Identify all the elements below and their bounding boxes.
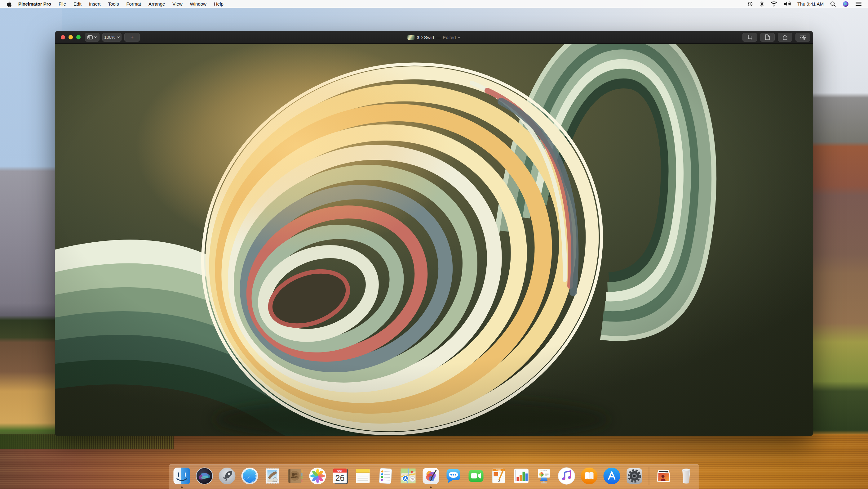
add-button[interactable]: + bbox=[124, 33, 140, 41]
new-document-button[interactable] bbox=[760, 33, 775, 41]
zoom-level-button[interactable]: 100% bbox=[102, 33, 122, 41]
menu-bar-left: Pixelmator Pro File Edit Insert Tools Fo… bbox=[0, 0, 227, 8]
crop-icon bbox=[747, 35, 752, 40]
siri-icon bbox=[196, 467, 214, 485]
volume-menu[interactable] bbox=[781, 0, 794, 8]
mail-stamp-icon bbox=[264, 467, 281, 485]
safari-compass-icon bbox=[241, 467, 259, 485]
dock-item-launchpad[interactable] bbox=[218, 467, 236, 485]
dock-item-ibooks[interactable] bbox=[580, 467, 598, 485]
dock-item-safari[interactable] bbox=[241, 467, 259, 485]
wifi-menu[interactable] bbox=[767, 0, 781, 8]
apple-menu[interactable] bbox=[0, 0, 14, 8]
bluetooth-menu[interactable] bbox=[756, 0, 767, 8]
chevron-down-icon bbox=[94, 36, 97, 38]
menu-edit[interactable]: Edit bbox=[70, 0, 85, 8]
menu-help[interactable]: Help bbox=[210, 0, 227, 8]
maps-icon: 3D bbox=[399, 467, 417, 485]
chevron-down-icon bbox=[458, 37, 461, 38]
wallpaper-mountain-left bbox=[0, 0, 62, 489]
wifi-icon bbox=[771, 1, 777, 6]
menu-arrange[interactable]: Arrange bbox=[145, 0, 168, 8]
chevron-down-icon bbox=[117, 36, 120, 38]
adjustments-button[interactable] bbox=[796, 33, 810, 41]
titlebar-tools bbox=[739, 33, 810, 41]
menu-view[interactable]: View bbox=[168, 0, 186, 8]
messages-bubble-icon bbox=[444, 467, 463, 485]
dock-item-itunes[interactable] bbox=[558, 467, 576, 485]
dock-item-maps[interactable]: 3D bbox=[399, 467, 417, 485]
dock-item-contacts[interactable] bbox=[286, 467, 304, 485]
dock-item-calendar[interactable]: OCT26 bbox=[331, 467, 349, 485]
desktop: Pixelmator Pro File Edit Insert Tools Fo… bbox=[0, 0, 868, 489]
dock-item-facetime[interactable] bbox=[467, 467, 485, 485]
calendar-month-label: OCT bbox=[337, 469, 343, 472]
numbers-chart-icon bbox=[513, 467, 530, 485]
menu-file[interactable]: File bbox=[55, 0, 70, 8]
pages-banner-label: PAGES bbox=[496, 469, 502, 471]
share-button[interactable] bbox=[778, 33, 793, 41]
close-button[interactable] bbox=[61, 35, 65, 39]
pixelmator-window: 100% + 3D Swirl — Edited bbox=[55, 31, 813, 436]
dock-item-app-store[interactable] bbox=[603, 467, 621, 485]
spotlight-menu[interactable] bbox=[827, 0, 839, 8]
menu-tools[interactable]: Tools bbox=[104, 0, 122, 8]
app-store-icon bbox=[603, 467, 621, 485]
volume-icon bbox=[784, 1, 791, 6]
calendar-icon: OCT26 bbox=[331, 467, 349, 485]
pixelmator-pro-icon bbox=[422, 467, 440, 485]
dock-item-pixelmator-pro[interactable] bbox=[422, 467, 440, 485]
siri-menu[interactable] bbox=[839, 0, 852, 8]
title-separator: — bbox=[436, 35, 441, 40]
dock-item-numbers[interactable] bbox=[513, 467, 530, 485]
dock-item-keynote[interactable]: KEYNOTE bbox=[535, 467, 553, 485]
document-status[interactable]: — Edited bbox=[436, 35, 461, 40]
dock-item-pages[interactable]: PAGES bbox=[490, 467, 508, 485]
window-title-area: 3D Swirl — Edited bbox=[407, 31, 460, 44]
notes-icon bbox=[354, 467, 372, 485]
itunes-note-icon bbox=[558, 467, 576, 485]
contacts-book-icon bbox=[286, 467, 304, 485]
dock-item-siri[interactable] bbox=[196, 467, 214, 485]
menu-window[interactable]: Window bbox=[186, 0, 210, 8]
dock-divider bbox=[649, 467, 649, 485]
menu-bar-right: Thu 9:41 AM bbox=[744, 0, 868, 8]
menu-insert[interactable]: Insert bbox=[85, 0, 104, 8]
dock-item-mail[interactable] bbox=[264, 467, 281, 485]
crop-button[interactable] bbox=[742, 33, 757, 41]
fullscreen-button[interactable] bbox=[76, 35, 81, 39]
notification-center-menu[interactable] bbox=[852, 0, 865, 8]
document-icon bbox=[765, 34, 770, 40]
dock-item-reminders[interactable] bbox=[377, 467, 395, 485]
dock-item-photos[interactable] bbox=[309, 467, 327, 485]
ibooks-icon bbox=[580, 467, 598, 485]
menu-clock[interactable]: Thu 9:41 AM bbox=[794, 0, 827, 8]
view-options-button[interactable] bbox=[85, 33, 99, 41]
system-preferences-gear-icon bbox=[626, 467, 644, 485]
sidebar-icon bbox=[87, 35, 93, 39]
dock-item-notes[interactable] bbox=[354, 467, 372, 485]
time-machine-menu[interactable] bbox=[744, 0, 756, 8]
swirl-artwork bbox=[55, 44, 813, 436]
menu-format[interactable]: Format bbox=[122, 0, 145, 8]
minimize-button[interactable] bbox=[68, 35, 73, 39]
zoom-level-value: 100% bbox=[104, 35, 115, 40]
search-icon bbox=[830, 1, 836, 7]
calendar-day-label: 26 bbox=[335, 473, 344, 483]
list-icon bbox=[856, 2, 862, 6]
window-titlebar[interactable]: 100% + 3D Swirl — Edited bbox=[55, 31, 813, 44]
menu-app-name[interactable]: Pixelmator Pro bbox=[14, 0, 55, 8]
dock-item-trash[interactable] bbox=[677, 467, 695, 485]
share-icon bbox=[783, 34, 787, 40]
dock: OCT26 3D PAGES KEYNOTE bbox=[169, 464, 700, 489]
dock-item-finder[interactable] bbox=[173, 467, 191, 485]
dock-item-system-preferences[interactable] bbox=[626, 467, 644, 485]
traffic-lights bbox=[55, 35, 85, 39]
menu-bar: Pixelmator Pro File Edit Insert Tools Fo… bbox=[0, 0, 868, 8]
canvas[interactable] bbox=[55, 44, 813, 436]
dock-item-downloads-stack[interactable] bbox=[655, 467, 673, 485]
finder-icon bbox=[173, 467, 191, 485]
bluetooth-icon bbox=[760, 1, 764, 7]
photo-stack-icon bbox=[655, 467, 673, 485]
dock-item-messages[interactable] bbox=[444, 467, 463, 485]
